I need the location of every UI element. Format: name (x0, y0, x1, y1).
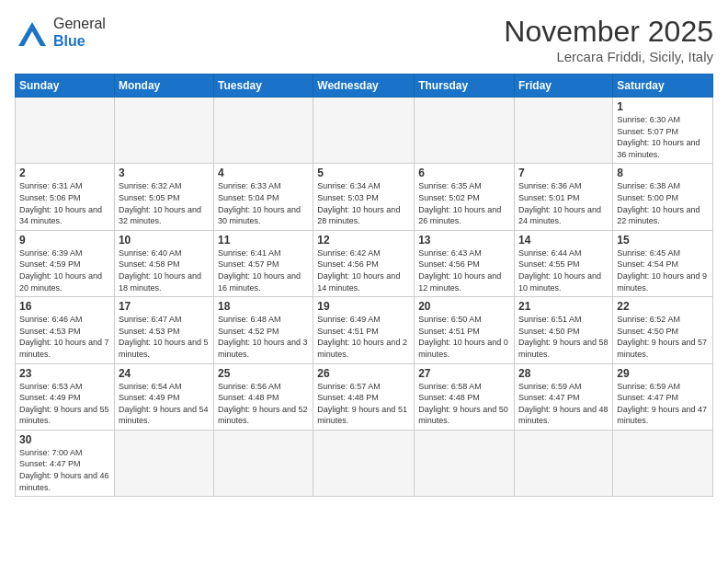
day-number: 27 (418, 367, 510, 380)
day-number: 2 (19, 167, 110, 179)
calendar-cell: 1Sunrise: 6:30 AM Sunset: 5:07 PM Daylig… (613, 98, 713, 164)
calendar-cell (114, 98, 213, 164)
calendar-cell: 4Sunrise: 6:33 AM Sunset: 5:04 PM Daylig… (214, 164, 313, 230)
calendar-cell: 5Sunrise: 6:34 AM Sunset: 5:03 PM Daylig… (313, 164, 415, 230)
header: General Blue November 2025 Lercara Fridd… (15, 15, 713, 64)
day-number: 19 (317, 300, 410, 313)
day-info: Sunrise: 7:00 AM Sunset: 4:47 PM Dayligh… (19, 447, 110, 493)
day-info: Sunrise: 6:45 AM Sunset: 4:54 PM Dayligh… (617, 247, 709, 293)
day-number: 15 (617, 234, 709, 247)
day-number: 28 (518, 367, 609, 380)
calendar-cell (313, 98, 415, 164)
day-number: 12 (317, 234, 410, 247)
calendar-cell: 25Sunrise: 6:56 AM Sunset: 4:48 PM Dayli… (214, 363, 313, 430)
calendar-cell: 18Sunrise: 6:48 AM Sunset: 4:52 PM Dayli… (214, 297, 313, 363)
calendar-cell: 9Sunrise: 6:39 AM Sunset: 4:59 PM Daylig… (16, 230, 115, 296)
calendar-cell: 14Sunrise: 6:44 AM Sunset: 4:55 PM Dayli… (515, 230, 613, 296)
day-info: Sunrise: 6:58 AM Sunset: 4:48 PM Dayligh… (418, 381, 510, 427)
weekday-header-thursday: Thursday (415, 75, 515, 98)
month-title: November 2025 (504, 15, 713, 49)
weekday-header-row: SundayMondayTuesdayWednesdayThursdayFrid… (16, 75, 713, 98)
day-info: Sunrise: 6:32 AM Sunset: 5:05 PM Dayligh… (119, 180, 210, 226)
week-row-4: 16Sunrise: 6:46 AM Sunset: 4:53 PM Dayli… (16, 297, 713, 363)
week-row-5: 23Sunrise: 6:53 AM Sunset: 4:49 PM Dayli… (16, 363, 713, 430)
week-row-3: 9Sunrise: 6:39 AM Sunset: 4:59 PM Daylig… (16, 230, 713, 296)
calendar-cell: 3Sunrise: 6:32 AM Sunset: 5:05 PM Daylig… (114, 164, 213, 230)
day-info: Sunrise: 6:34 AM Sunset: 5:03 PM Dayligh… (317, 180, 410, 226)
day-number: 16 (19, 300, 110, 313)
day-info: Sunrise: 6:50 AM Sunset: 4:51 PM Dayligh… (418, 314, 510, 360)
day-number: 13 (418, 234, 510, 247)
day-number: 9 (19, 234, 110, 247)
day-number: 30 (19, 433, 110, 446)
calendar-cell: 7Sunrise: 6:36 AM Sunset: 5:01 PM Daylig… (515, 164, 613, 230)
calendar-cell: 28Sunrise: 6:59 AM Sunset: 4:47 PM Dayli… (515, 363, 613, 430)
day-info: Sunrise: 6:33 AM Sunset: 5:04 PM Dayligh… (218, 180, 309, 226)
day-number: 8 (617, 167, 709, 179)
calendar-cell: 10Sunrise: 6:40 AM Sunset: 4:58 PM Dayli… (114, 230, 213, 296)
calendar-cell: 6Sunrise: 6:35 AM Sunset: 5:02 PM Daylig… (415, 164, 515, 230)
weekday-header-sunday: Sunday (16, 75, 115, 98)
day-info: Sunrise: 6:38 AM Sunset: 5:00 PM Dayligh… (617, 180, 709, 226)
day-number: 6 (418, 167, 510, 179)
day-info: Sunrise: 6:57 AM Sunset: 4:48 PM Dayligh… (317, 381, 410, 427)
day-number: 29 (617, 367, 709, 380)
weekday-header-saturday: Saturday (613, 75, 713, 98)
calendar-cell: 11Sunrise: 6:41 AM Sunset: 4:57 PM Dayli… (214, 230, 313, 296)
day-info: Sunrise: 6:52 AM Sunset: 4:50 PM Dayligh… (617, 314, 709, 360)
day-number: 25 (218, 367, 309, 380)
day-number: 5 (317, 167, 410, 179)
day-info: Sunrise: 6:51 AM Sunset: 4:50 PM Dayligh… (518, 314, 609, 360)
day-info: Sunrise: 6:39 AM Sunset: 4:59 PM Dayligh… (19, 247, 110, 293)
calendar-cell (515, 98, 613, 164)
calendar-cell: 30Sunrise: 7:00 AM Sunset: 4:47 PM Dayli… (16, 430, 115, 496)
weekday-header-monday: Monday (114, 75, 213, 98)
day-number: 18 (218, 300, 309, 313)
day-info: Sunrise: 6:42 AM Sunset: 4:56 PM Dayligh… (317, 247, 410, 293)
day-number: 10 (119, 234, 210, 247)
day-info: Sunrise: 6:47 AM Sunset: 4:53 PM Dayligh… (119, 314, 210, 360)
day-info: Sunrise: 6:44 AM Sunset: 4:55 PM Dayligh… (518, 247, 609, 293)
calendar-cell: 23Sunrise: 6:53 AM Sunset: 4:49 PM Dayli… (16, 363, 115, 430)
weekday-header-tuesday: Tuesday (214, 75, 313, 98)
week-row-1: 1Sunrise: 6:30 AM Sunset: 5:07 PM Daylig… (16, 98, 713, 164)
day-info: Sunrise: 6:48 AM Sunset: 4:52 PM Dayligh… (218, 314, 309, 360)
day-number: 3 (119, 167, 210, 179)
day-info: Sunrise: 6:31 AM Sunset: 5:06 PM Dayligh… (19, 180, 110, 226)
day-number: 17 (119, 300, 210, 313)
day-info: Sunrise: 6:35 AM Sunset: 5:02 PM Dayligh… (418, 180, 510, 226)
calendar-cell: 19Sunrise: 6:49 AM Sunset: 4:51 PM Dayli… (313, 297, 415, 363)
calendar-cell (515, 430, 613, 496)
calendar-cell: 21Sunrise: 6:51 AM Sunset: 4:50 PM Dayli… (515, 297, 613, 363)
calendar-cell: 22Sunrise: 6:52 AM Sunset: 4:50 PM Dayli… (613, 297, 713, 363)
calendar-cell (313, 430, 415, 496)
weekday-header-wednesday: Wednesday (313, 75, 415, 98)
day-info: Sunrise: 6:53 AM Sunset: 4:49 PM Dayligh… (19, 381, 110, 427)
weekday-header-friday: Friday (515, 75, 613, 98)
calendar-cell: 27Sunrise: 6:58 AM Sunset: 4:48 PM Dayli… (415, 363, 515, 430)
calendar-cell (214, 98, 313, 164)
calendar-table: SundayMondayTuesdayWednesdayThursdayFrid… (15, 74, 713, 497)
logo-text: General Blue (53, 15, 106, 50)
calendar-cell: 15Sunrise: 6:45 AM Sunset: 4:54 PM Dayli… (613, 230, 713, 296)
calendar-cell: 24Sunrise: 6:54 AM Sunset: 4:49 PM Dayli… (114, 363, 213, 430)
day-info: Sunrise: 6:40 AM Sunset: 4:58 PM Dayligh… (119, 247, 210, 293)
day-number: 23 (19, 367, 110, 380)
day-number: 11 (218, 234, 309, 247)
calendar-cell (16, 98, 115, 164)
day-info: Sunrise: 6:43 AM Sunset: 4:56 PM Dayligh… (418, 247, 510, 293)
day-number: 26 (317, 367, 410, 380)
day-number: 4 (218, 167, 309, 179)
day-info: Sunrise: 6:30 AM Sunset: 5:07 PM Dayligh… (617, 114, 709, 160)
day-number: 22 (617, 300, 709, 313)
calendar-cell (214, 430, 313, 496)
calendar-cell (114, 430, 213, 496)
day-number: 24 (119, 367, 210, 380)
calendar-cell: 29Sunrise: 6:59 AM Sunset: 4:47 PM Dayli… (613, 363, 713, 430)
day-number: 14 (518, 234, 609, 247)
day-info: Sunrise: 6:41 AM Sunset: 4:57 PM Dayligh… (218, 247, 309, 293)
title-block: November 2025 Lercara Friddi, Sicily, It… (504, 15, 713, 64)
day-number: 7 (518, 167, 609, 179)
day-info: Sunrise: 6:59 AM Sunset: 4:47 PM Dayligh… (518, 381, 609, 427)
page: General Blue November 2025 Lercara Fridd… (0, 0, 728, 504)
